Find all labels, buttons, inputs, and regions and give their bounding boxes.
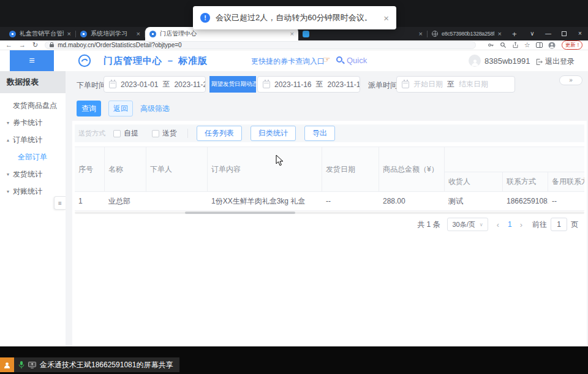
quick-search-icon[interactable] [336, 56, 342, 63]
browser-tab-training[interactable]: 系统培训学习 × [76, 27, 145, 40]
column-contact: 联系方式 18662591081 [503, 172, 548, 211]
date-separator: 至 [162, 79, 170, 90]
globe-favicon [432, 31, 438, 37]
sidebar-item-shipping-goods-inventory[interactable]: 发货商品盘点 [0, 97, 66, 114]
sidebar-collapse-toggle[interactable]: ≡ [54, 196, 66, 210]
site-favicon [9, 31, 16, 37]
category-stats-button[interactable]: 归类统计 [251, 126, 296, 141]
quick-card-query-link[interactable]: 更快捷的券卡查询入口 [251, 56, 325, 67]
column-header: 商品总金额（¥） [379, 147, 445, 192]
horizontal-scrollbar[interactable] [75, 212, 584, 214]
browser-tab-gift-platform[interactable]: 礼盒营销平台管理中心 × [5, 27, 75, 40]
tab-title: e8c573980b1328a258fd2e61 [442, 31, 494, 37]
forward-icon[interactable]: → [19, 42, 26, 48]
delivery-checkbox[interactable] [152, 130, 159, 137]
main-area: 数据报表 发货商品盘点 ▾ 券卡统计 ▴ 订单统计 全部订单 [0, 71, 588, 346]
sidebar-item-coupon-stats[interactable]: ▾ 券卡统计 [0, 114, 66, 131]
screen-share-bar: 金禾通技术王斌18662591081的屏幕共享 [14, 357, 179, 372]
window-controls: ∨ — × [524, 27, 588, 40]
tab-close-icon[interactable]: × [137, 31, 140, 37]
prev-page-button[interactable]: ‹ [497, 220, 499, 229]
split-view-icon[interactable] [536, 42, 543, 48]
back-button[interactable]: 返回 [108, 101, 133, 116]
order-time-range-input[interactable]: 2023-01-01 至 2023-11-21 [104, 76, 206, 93]
expected-ship-date-range-input[interactable]: 2023-11-16 至 2023-11-16 [257, 76, 360, 93]
meeting-toast: ! 会议已超过2人，自动转为60分钟限时会议。 × [193, 6, 396, 29]
table-cell: 业总部 [105, 192, 146, 211]
url-omnibox[interactable]: md.maboy.cn/OrderStatisticsDetail?objtyp… [45, 41, 476, 49]
orders-table: 序号 1 名称 业总部 下单人 订单内容 1份XX生鲜羊肉礼盒3kg 礼盒 [75, 147, 584, 211]
tab-search-icon[interactable]: ∨ [524, 27, 540, 40]
expand-filters-button[interactable]: » [559, 75, 582, 85]
current-page[interactable]: 1 [508, 220, 512, 229]
search-button[interactable]: 查询 [77, 101, 101, 116]
site-favicon [149, 31, 156, 37]
calendar-icon [402, 81, 409, 88]
browser-tab-hash[interactable]: e8c573980b1328a258fd2e61 × [428, 27, 506, 40]
reload-icon[interactable]: ↻ [32, 42, 38, 48]
desktop-bottom-strip: 金禾通技术王斌18662591081的屏幕共享 [0, 346, 588, 374]
tab-close-icon[interactable]: × [67, 31, 71, 37]
collapse-arrow-icon: ▾ [5, 189, 11, 194]
pickup-label[interactable]: 自提 [124, 128, 138, 139]
update-badge: ! [578, 42, 579, 48]
minimize-button[interactable]: — [540, 27, 556, 40]
dispatch-time-label: 派单时间 [368, 80, 398, 91]
content-area: 下单时间 2023-01-01 至 2023-11-21 期望发货日期动态 20… [66, 71, 588, 346]
share-icon[interactable] [512, 42, 519, 48]
page-size-select[interactable]: 30条/页 ∨ [447, 218, 488, 231]
profile-avatar-icon[interactable] [548, 42, 556, 49]
logout-label: 退出登录 [545, 56, 575, 67]
dispatch-time-range-input[interactable]: 开始日期 至 结束日期 [396, 76, 515, 93]
tab-close-icon[interactable]: × [290, 31, 294, 37]
screen-share-indicator: 金禾通技术王斌18662591081的屏幕共享 [0, 357, 179, 372]
screen-share-icon [28, 362, 36, 368]
close-window-button[interactable]: × [572, 27, 588, 40]
column-backup-contact: 备用联系方式 -- [548, 172, 584, 211]
next-page-button[interactable]: › [520, 220, 522, 229]
sidebar-item-shipping-stats[interactable]: ▾ 发货统计 [0, 166, 66, 183]
hamburger-menu-button[interactable]: ≡ [10, 50, 54, 71]
tab-close-icon[interactable]: × [419, 31, 423, 37]
url-text: md.maboy.cn/OrderStatisticsDetail?objtyp… [58, 42, 181, 48]
password-key-icon[interactable] [488, 42, 494, 48]
sidebar-item-all-orders-active[interactable]: 全部订单 [0, 148, 66, 166]
table-cell: 288.00 [379, 192, 445, 211]
quick-link[interactable]: Quick [347, 56, 367, 65]
goto-page-input[interactable]: 1 [551, 218, 567, 231]
sidebar-section-data-reports[interactable]: 数据报表 [0, 71, 66, 93]
task-list-button[interactable]: 任务列表 [197, 126, 242, 141]
presenter-avatar [0, 357, 14, 372]
results-panel: 送货方式 自提 送货 任务列表 归类统计 导出 序号 1 [72, 121, 587, 346]
toast-close-icon[interactable]: × [383, 13, 389, 23]
user-avatar[interactable] [469, 55, 481, 67]
start-date-placeholder: 开始日期 [413, 79, 443, 90]
sidebar-item-order-stats[interactable]: ▴ 订单统计 [0, 131, 66, 148]
zoom-icon[interactable] [500, 42, 507, 48]
delivery-label[interactable]: 送货 [162, 128, 177, 139]
chrome-update-button[interactable]: 更新 ! [562, 40, 582, 49]
date-separator: 至 [447, 79, 454, 90]
sidebar: 数据报表 发货商品盘点 ▾ 券卡统计 ▴ 订单统计 全部订单 [0, 71, 66, 346]
expected-ship-date-button[interactable]: 期望发货日期动态 [209, 76, 256, 93]
export-button[interactable]: 导出 [304, 126, 335, 141]
logout-button[interactable]: 退出登录 [535, 56, 575, 67]
tab-title: 礼盒营销平台管理中心 [20, 29, 64, 38]
logout-icon [535, 58, 543, 66]
new-tab-button[interactable]: + [512, 30, 517, 38]
collapse-arrow-icon: ▾ [5, 172, 11, 177]
maximize-button[interactable] [562, 31, 567, 36]
app-header: ≡ 门店管理中心 － 标准版 更快捷的券卡查询入口 ☞ Quick 8385wb… [0, 50, 588, 71]
back-icon[interactable]: ← [6, 42, 12, 48]
column-receiver: 收货人 测试 [445, 172, 503, 211]
tab-close-icon[interactable]: × [498, 31, 502, 37]
pagination: 共 1 条 30条/页 ∨ ‹ 1 › 前往 1 页 [417, 218, 578, 231]
person-icon [3, 361, 11, 369]
scrollbar-thumb[interactable] [185, 212, 295, 214]
bookmark-star-icon[interactable]: ☆ [524, 42, 530, 48]
advanced-filter-link[interactable]: 高级筛选 [140, 101, 170, 116]
column-orderer: 下单人 [146, 147, 208, 211]
column-header: 收货人 [445, 172, 503, 192]
pickup-checkbox[interactable] [113, 130, 121, 137]
end-date-placeholder: 结束日期 [459, 79, 488, 90]
